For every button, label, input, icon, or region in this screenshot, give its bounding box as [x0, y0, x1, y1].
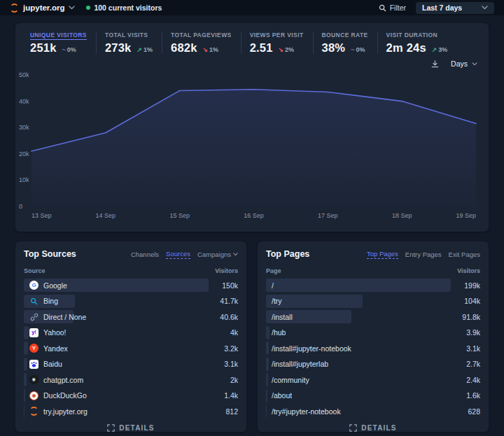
x-axis-tick-label: 18 Sep — [392, 212, 412, 219]
source-row[interactable]: y!Yahoo! 4k — [24, 326, 238, 339]
metric-stat[interactable]: TOTAL VISITS 273k ↗1% — [96, 30, 162, 56]
source-row[interactable]: Direct / None 40.6k — [24, 310, 238, 323]
link-icon — [29, 312, 38, 321]
tab-exit-pages[interactable]: Exit Pages — [449, 251, 480, 258]
yandex-icon: Y — [29, 344, 38, 353]
metric-value: 2.51 — [250, 41, 273, 55]
trend-arrow-icon: ~ — [62, 46, 66, 53]
tab-channels[interactable]: Channels — [131, 251, 159, 258]
chart-controls: Days — [15, 58, 489, 69]
tab-campaigns[interactable]: Campaigns — [197, 251, 238, 258]
page-row[interactable]: /install#jupyter-notebook 3.1k — [266, 342, 480, 355]
panel-header: Top PagesTop PagesEntry PagesExit Pages — [266, 249, 480, 259]
chevron-down-icon — [233, 253, 238, 256]
metric-stat[interactable]: TOTAL PAGEVIEWS 682k ↘1% — [162, 30, 241, 56]
panel-header: Top SourcesChannelsSourcesCampaigns — [24, 249, 238, 259]
interval-select[interactable]: Days — [451, 59, 477, 68]
row-label-text: Google — [43, 281, 67, 290]
list-item-value: 104k — [460, 297, 480, 305]
panel-title: Top Sources — [24, 249, 76, 259]
col-left-header: Page — [266, 267, 281, 274]
panel-title: Top Pages — [266, 249, 309, 259]
x-axis-tick-label: 19 Sep — [456, 212, 476, 219]
download-icon — [430, 59, 440, 69]
page-row[interactable]: /install#jupyterlab 2.7k — [266, 358, 480, 371]
page-row[interactable]: /try 104k — [266, 295, 480, 308]
x-axis-tick-label: 16 Sep — [244, 212, 264, 219]
baidu-icon — [29, 360, 38, 369]
row-label-text: chatgpt.com — [43, 376, 83, 384]
trend-arrow-icon: ↗ — [432, 46, 438, 53]
page-row[interactable]: /try#jupyter-notebook 628 — [266, 405, 480, 418]
list-item-label: ✳chatgpt.com — [24, 375, 83, 384]
details-button[interactable]: DETAILS — [266, 421, 480, 433]
row-label-text: try.jupyter.org — [43, 407, 88, 416]
page-row[interactable]: / 199k — [266, 279, 480, 292]
x-axis-tick-label: 15 Sep — [169, 212, 190, 219]
page-row[interactable]: /install 91.8k — [266, 310, 480, 323]
col-right-header[interactable]: Visitors — [457, 267, 480, 274]
trend-arrow-icon: ↘ — [279, 46, 284, 53]
current-visitors[interactable]: 100 current visitors — [86, 3, 162, 12]
row-label-text: Yahoo! — [43, 328, 66, 337]
metric-label: BOUNCE RATE — [322, 31, 368, 38]
metric-change: ↗3% — [432, 46, 448, 53]
source-row[interactable]: Bing 41.7k — [24, 295, 238, 308]
jupyter-favicon-icon — [29, 407, 38, 416]
details-button[interactable]: DETAILS — [24, 421, 238, 433]
site-switcher[interactable]: jupyter.org — [10, 3, 75, 13]
list-item-value: 2.7k — [462, 360, 480, 368]
list-item-label: /install — [266, 313, 293, 321]
metric-stat[interactable]: BOUNCE RATE 38% ~0% — [313, 30, 377, 56]
panel-tabs: Top PagesEntry PagesExit Pages — [367, 250, 480, 259]
trend-arrow-icon: ↘ — [203, 46, 209, 53]
page-row[interactable]: /hub 3.9k — [266, 326, 480, 339]
metric-stat[interactable]: VISIT DURATION 2m 24s ↗3% — [377, 30, 457, 56]
source-row[interactable]: Baidu 3.1k — [24, 358, 238, 371]
download-button[interactable] — [430, 59, 440, 69]
list-item-label: Direct / None — [24, 312, 86, 321]
tab-sources[interactable]: Sources — [166, 250, 190, 259]
column-headers: Source Visitors — [24, 267, 238, 274]
row-label-text: /install#jupyterlab — [272, 360, 328, 368]
metric-label: TOTAL VISITS — [105, 31, 153, 38]
row-label-text: Yandex — [43, 344, 68, 353]
list-item-label: / — [266, 281, 274, 290]
page-row[interactable]: /community 2.4k — [266, 373, 480, 386]
x-axis-tick-label: 14 Sep — [96, 212, 116, 219]
chevron-down-icon — [482, 6, 488, 10]
date-range-value: Last 7 days — [422, 3, 462, 12]
metric-label: TOTAL PAGEVIEWS — [171, 31, 232, 38]
source-row[interactable]: YYandex 3.2k — [24, 342, 238, 355]
row-label-text: /hub — [272, 328, 286, 337]
metric-label: VIEWS PER VISIT — [250, 31, 304, 38]
row-label-text: Baidu — [43, 360, 62, 368]
list-item-label: Baidu — [24, 360, 62, 369]
page-row[interactable]: /about 1.6k — [266, 389, 480, 402]
col-right-header[interactable]: Visitors — [215, 267, 238, 274]
tab-entry-pages[interactable]: Entry Pages — [405, 251, 442, 258]
list-item-label: /community — [266, 376, 309, 384]
chevron-down-icon — [69, 6, 75, 10]
date-range-select[interactable]: Last 7 days — [416, 2, 494, 14]
metric-stat[interactable]: UNIQUE VISITORS 251k ~0% — [21, 30, 96, 56]
duckduckgo-icon — [29, 391, 38, 400]
filter-button[interactable]: Filter — [379, 3, 406, 12]
jupyter-logo-icon — [10, 3, 19, 13]
list-item-value: 1.6k — [462, 391, 480, 400]
source-row[interactable]: try.jupyter.org 812 — [24, 405, 238, 418]
rows-list: / 199k /try 104k /install 91.8k /hub 3.9… — [266, 279, 480, 421]
row-label-text: /about — [272, 391, 292, 400]
metric-stat[interactable]: VIEWS PER VISIT 2.51 ↘2% — [241, 30, 313, 56]
metric-label: UNIQUE VISITORS — [30, 31, 87, 38]
list-item-value: 40.6k — [216, 313, 238, 321]
filter-label: Filter — [390, 3, 406, 12]
source-row[interactable]: GGoogle 150k — [24, 279, 238, 292]
metric-change: ~0% — [351, 46, 365, 53]
metric-value: 251k — [30, 41, 57, 55]
source-row[interactable]: DuckDuckGo 1.4k — [24, 389, 238, 402]
tab-top-pages[interactable]: Top Pages — [367, 250, 398, 259]
source-row[interactable]: ✳chatgpt.com 2k — [24, 373, 238, 386]
list-item-label: YYandex — [24, 344, 68, 353]
metric-change: ~0% — [62, 46, 76, 53]
